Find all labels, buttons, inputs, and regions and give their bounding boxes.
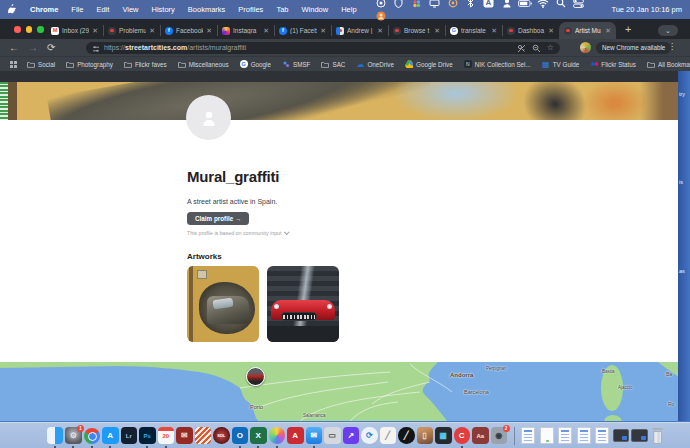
dock-document-stack-icon[interactable]	[520, 427, 538, 445]
menu-item-history[interactable]: History	[152, 5, 175, 14]
bookmark-item-miscellaneous[interactable]: Miscellaneous	[178, 60, 229, 68]
dock-red-mail-app-icon[interactable]: ✉	[176, 427, 194, 445]
shield-icon[interactable]	[392, 0, 406, 9]
artwork-card[interactable]	[187, 266, 259, 342]
dock-affinity-app-icon[interactable]: ╱	[398, 427, 416, 445]
apple-menu-icon[interactable]	[8, 4, 17, 15]
dock-minimized-window-icon[interactable]	[612, 427, 630, 445]
browser-tab[interactable]: f(1) Faceb✕	[274, 22, 331, 39]
menu-item-chrome[interactable]: Chrome	[30, 5, 58, 14]
forward-button[interactable]: →	[28, 43, 38, 53]
dock-document-stack-icon[interactable]	[557, 427, 575, 445]
dock-calendar-icon[interactable]: 20	[157, 427, 175, 445]
dock-purple-app-icon[interactable]: ↗	[342, 427, 360, 445]
bookmark-item-smsf[interactable]: SMSF	[282, 60, 311, 68]
minimize-window-button[interactable]	[26, 26, 33, 33]
menu-item-window[interactable]: Window	[301, 5, 328, 14]
dock-chrome-icon[interactable]	[83, 427, 101, 445]
menu-clock[interactable]: Tue 20 Jan 10:16 pm	[611, 5, 682, 14]
bookmark-star-icon[interactable]: ☆	[547, 44, 554, 52]
zoom-icon[interactable]	[532, 39, 541, 57]
bookmark-item-flickr-status[interactable]: Flickr Status	[590, 60, 636, 68]
reload-button[interactable]: ⟳	[47, 43, 55, 53]
bookmark-item-tv-guide[interactable]: ▦TV Guide	[542, 60, 580, 68]
user-switch-icon[interactable]	[500, 0, 514, 9]
dock-camera-roll-app-icon[interactable]: ◉2	[490, 427, 508, 445]
dock-adobe-app-icon[interactable]: A	[287, 427, 305, 445]
browser-tab[interactable]: Instagra✕	[217, 22, 274, 39]
search-icon[interactable]	[554, 0, 568, 9]
dock-portrait-photo-app-icon[interactable]: ▯	[416, 427, 434, 445]
control-center-icon[interactable]	[572, 0, 586, 9]
tab-close-icon[interactable]: ✕	[548, 27, 554, 35]
chrome-menu-icon[interactable]: ⋮	[668, 42, 676, 51]
dock-pen-app-icon[interactable]: ╱	[379, 427, 397, 445]
background-window-edge[interactable]: tryisas	[678, 71, 690, 421]
dock-document-plain-icon[interactable]	[538, 427, 556, 445]
new-tab-button[interactable]: +	[625, 24, 631, 35]
menu-item-file[interactable]: File	[71, 5, 83, 14]
menu-item-profiles[interactable]: Profiles	[238, 5, 263, 14]
profile-avatar[interactable]	[580, 42, 591, 53]
dock-mail-app-icon[interactable]: ✉	[305, 427, 323, 445]
browser-tab[interactable]: Andrew |✕	[331, 22, 388, 39]
dock-minimized-window-icon[interactable]	[631, 427, 649, 445]
battery-icon[interactable]	[518, 0, 532, 10]
menu-item-bookmarks[interactable]: Bookmarks	[188, 5, 226, 14]
wifi-icon[interactable]	[536, 0, 550, 9]
artwork-card[interactable]	[267, 266, 339, 342]
tab-search-button[interactable]: ⌄	[658, 25, 678, 36]
all-bookmarks-button[interactable]: All Bookmarks	[647, 60, 690, 68]
close-window-button[interactable]	[14, 26, 21, 33]
bookmark-item-sac[interactable]: SAC	[321, 60, 345, 68]
dock-system-settings-icon[interactable]: ⚙1	[65, 427, 83, 445]
dock-striped-app-icon[interactable]	[194, 427, 212, 445]
tab-close-icon[interactable]: ✕	[320, 27, 326, 35]
menu-item-view[interactable]: View	[122, 5, 138, 14]
dock-lightroom-icon[interactable]: Lr	[120, 427, 138, 445]
apps-grid-icon[interactable]	[10, 61, 17, 68]
profile-badge-icon[interactable]	[374, 10, 388, 22]
browser-tab[interactable]: Browse t✕	[388, 22, 445, 39]
update-chrome-button[interactable]: New Chrome available	[596, 42, 671, 55]
artworks-map[interactable]: AndorraPerpignanBarcelonaPortoSalamancaB…	[0, 362, 690, 421]
dock-finder-icon[interactable]	[46, 427, 64, 445]
address-bar[interactable]: https://streetartcities.com/artists/mura…	[86, 42, 560, 55]
colors-app-icon[interactable]	[410, 0, 424, 9]
bookmark-item-nik-collection-sel-[interactable]: NNIK Collection Sel...	[464, 60, 531, 68]
dock-trash-icon[interactable]	[649, 427, 667, 445]
dock-photoshop-icon[interactable]: Ps	[139, 427, 157, 445]
dock-dictionary-app-icon[interactable]: Aa	[472, 427, 490, 445]
dock-dark-grid-app-icon[interactable]: ▦	[435, 427, 453, 445]
dock-red-disc-app-icon[interactable]: SDL	[213, 427, 231, 445]
menu-item-tab[interactable]: Tab	[276, 5, 288, 14]
dock-cloner-app-icon[interactable]: C	[453, 427, 471, 445]
dock-window-utility-app-icon[interactable]: ▭	[324, 427, 342, 445]
display-icon[interactable]	[428, 0, 442, 9]
dock-app-store-icon[interactable]: A	[102, 427, 120, 445]
bookmark-item-flickr-faves[interactable]: Flickr faves	[124, 60, 167, 68]
bookmark-item-google[interactable]: GGoogle	[240, 60, 271, 68]
password-key-icon[interactable]	[517, 39, 526, 57]
url-text[interactable]: https://streetartcities.com/artists/mura…	[104, 44, 246, 51]
tab-close-icon[interactable]: ✕	[206, 27, 212, 35]
bookmark-item-photography[interactable]: Photography	[66, 60, 113, 68]
tab-close-icon[interactable]: ✕	[92, 27, 98, 35]
tab-close-icon[interactable]: ✕	[263, 27, 269, 35]
browser-tab[interactable]: Problemu✕	[103, 22, 160, 39]
browser-tab[interactable]: MInbox (29✕	[46, 22, 103, 39]
bookmark-item-onedrive[interactable]: ☁OneDrive	[356, 60, 394, 68]
tab-close-icon[interactable]: ✕	[605, 27, 611, 35]
bookmark-item-social[interactable]: Social	[27, 60, 55, 68]
browser-tab-active[interactable]: Artist Mu✕	[559, 22, 616, 39]
tab-close-icon[interactable]: ✕	[377, 27, 383, 35]
input-source-icon[interactable]: A	[482, 0, 496, 8]
tab-close-icon[interactable]: ✕	[491, 27, 497, 35]
browser-tab[interactable]: Gtranslate✕	[445, 22, 502, 39]
artwork-map-marker[interactable]	[246, 367, 265, 386]
bookmark-item-google-drive[interactable]: Google Drive	[405, 60, 453, 68]
site-settings-icon[interactable]	[92, 39, 100, 57]
record-icon[interactable]	[446, 0, 460, 9]
menu-item-help[interactable]: Help	[341, 5, 356, 14]
claim-profile-button[interactable]: Claim profile →	[187, 212, 249, 225]
